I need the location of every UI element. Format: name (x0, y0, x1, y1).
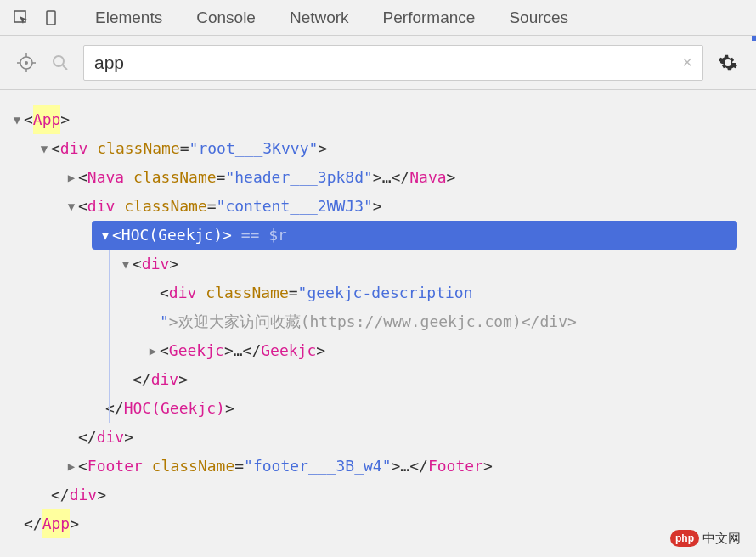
svg-point-8 (54, 56, 64, 66)
tab-list: Elements Console Network Performance Sou… (95, 8, 568, 27)
tree-row-app-close[interactable]: </App> (10, 509, 746, 538)
tree-row-nava[interactable]: <Nava className="header___3pk8d">…</Nava… (10, 163, 746, 192)
devtools-tab-bar: Elements Console Network Performance Sou… (0, 0, 756, 36)
tree-row-inner-div-close[interactable]: </div> (10, 365, 746, 394)
target-icon[interactable] (15, 52, 37, 74)
tree-row-div-content[interactable]: <div className="content___2WWJ3"> (10, 192, 746, 221)
svg-rect-1 (47, 11, 55, 25)
tree-guide-line (109, 250, 110, 423)
tree-row-hoc-close[interactable]: </HOC(Geekjc)> (10, 394, 746, 423)
search-toolbar: × (0, 36, 756, 90)
search-input[interactable] (94, 53, 682, 73)
chevron-down-icon[interactable] (65, 192, 78, 221)
tree-row-desc-open[interactable]: <div className="geekjc-description (10, 278, 746, 307)
search-icon[interactable] (49, 52, 71, 74)
chevron-right-icon[interactable] (146, 336, 160, 365)
watermark-text: 中文网 (702, 531, 741, 547)
device-icon[interactable] (39, 5, 65, 31)
component-tree: <App> <div className="root___3Kvvy"> <Na… (0, 90, 756, 554)
chevron-right-icon[interactable] (65, 163, 78, 192)
tree-row-div-root-close[interactable]: </div> (10, 481, 746, 509)
chevron-down-icon[interactable] (10, 105, 24, 134)
tree-row-footer[interactable]: <Footer className="footer___3B_w4">…</Fo… (10, 452, 746, 481)
chevron-right-icon[interactable] (65, 452, 78, 481)
tab-sources[interactable]: Sources (509, 8, 568, 27)
inspect-icon[interactable] (8, 5, 34, 31)
chevron-down-icon[interactable] (99, 221, 112, 250)
tab-elements[interactable]: Elements (95, 8, 162, 27)
php-badge: php (670, 530, 699, 547)
clear-icon[interactable]: × (682, 53, 692, 72)
tree-row-desc-text[interactable]: ">欢迎大家访问收藏(https://www.geekjc.com)</div> (10, 307, 746, 336)
tree-row-inner-div[interactable]: <div> (10, 250, 746, 278)
tree-row-app-open[interactable]: <App> (10, 105, 746, 134)
chevron-down-icon[interactable] (37, 134, 51, 163)
svg-line-9 (63, 65, 67, 70)
tree-row-div-content-close[interactable]: </div> (10, 423, 746, 452)
tab-console[interactable]: Console (196, 8, 256, 27)
tree-row-div-root[interactable]: <div className="root___3Kvvy"> (10, 134, 746, 163)
tab-performance[interactable]: Performance (383, 8, 476, 27)
tree-row-hoc-selected[interactable]: <HOC(Geekjc)> == $r (92, 221, 737, 250)
chevron-down-icon[interactable] (119, 250, 133, 278)
svg-point-3 (25, 61, 28, 65)
tree-selected-children: <div> <div className="geekjc-description… (10, 250, 746, 423)
accent-indicator (752, 36, 756, 41)
search-field[interactable]: × (83, 45, 703, 81)
watermark: php 中文网 (670, 530, 741, 547)
gear-icon[interactable] (715, 50, 741, 76)
tab-network[interactable]: Network (290, 8, 349, 27)
tree-row-geekjc[interactable]: <Geekjc>…</Geekjc> (10, 336, 746, 365)
